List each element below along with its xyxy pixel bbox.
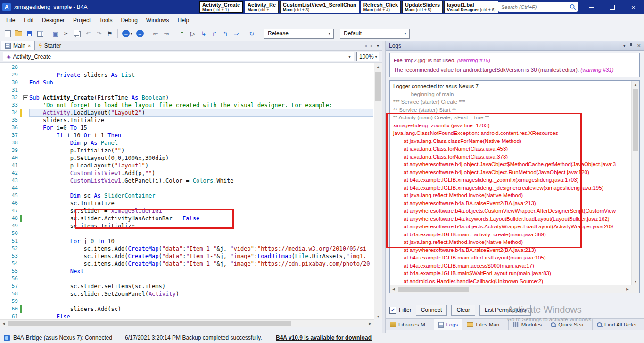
rebuild-button[interactable]: ↻ (247, 28, 257, 39)
save-button[interactable] (24, 28, 34, 39)
undo-icon: ↶ (86, 30, 91, 37)
navigate-back-button[interactable]: ←▾ (120, 28, 134, 39)
menu-project[interactable]: Project (69, 15, 95, 25)
code-line: 30End Sub (0, 79, 382, 86)
outdent-button[interactable]: ⇤ (150, 28, 161, 39)
menu-debug[interactable]: Debug (116, 15, 141, 25)
panel-tab-label: Find All Refer... (604, 322, 641, 327)
log-vertical-scrollbar[interactable]: ▲ ▼ (631, 81, 639, 285)
log-line: at java.lang.reflect.Method.invoke(Nativ… (393, 238, 628, 246)
line-number: 28 (0, 64, 20, 71)
scrollbar-thumb[interactable] (375, 72, 381, 101)
menu-edit[interactable]: Edit (19, 15, 38, 25)
redo-button[interactable]: ↷ (94, 28, 104, 39)
new-project-button[interactable] (2, 28, 13, 39)
quick-search-box[interactable] (498, 2, 578, 12)
header-tab-3[interactable]: CustomListView1_ScrollChanMain (ctrl + 3… (280, 1, 359, 13)
minimize-button[interactable] (580, 0, 602, 14)
scroll-down-arrow[interactable]: ▼ (374, 312, 382, 319)
editor-horizontal-scrollbar[interactable]: ◀ ▶ (0, 319, 374, 327)
panel-tab-find-all-refer-[interactable]: Find All Refer... (593, 319, 644, 330)
fold-collapse-icon[interactable] (23, 95, 28, 100)
close-button[interactable]: × (623, 0, 644, 14)
filter-checkbox[interactable]: ✓ Filter (389, 307, 412, 314)
warnings-box[interactable]: File 'img2.jpg' is not used. (warning #1… (389, 53, 640, 77)
search-input[interactable] (500, 4, 570, 10)
log-line: at b4a.example.IGLIB.ximagesliderig._des… (393, 184, 628, 192)
window-title: ximagesliderig_sample - B4A (14, 4, 87, 10)
conditional-symbols-select[interactable]: Default ▾ (340, 29, 410, 39)
update-available-link[interactable]: B4A v10.9 is available for download (276, 335, 372, 341)
navigate-forward-button[interactable]: → (135, 28, 145, 39)
code-editor[interactable]: 2829 Private sliders As List30End Sub313… (0, 62, 382, 319)
line-number: 39 (0, 147, 20, 154)
scroll-up-arrow[interactable]: ▲ (374, 63, 382, 70)
scroll-left-arrow[interactable]: ◀ (0, 320, 8, 327)
tab-scroll-right-button[interactable]: ▸ (371, 43, 373, 48)
code-text: For j=0 To 10 (29, 237, 373, 245)
log-output-box[interactable]: Logger connected to: asus Nexus 7-------… (389, 80, 640, 293)
minimize-icon (589, 7, 594, 8)
run-button[interactable]: ▷ (188, 28, 198, 39)
step-into-button[interactable]: ↳ (198, 28, 209, 39)
menu-designer[interactable]: Designer (38, 15, 69, 25)
code-text: sliders.Initialize (29, 117, 373, 124)
maximize-button[interactable] (602, 0, 623, 14)
cut-button[interactable]: ✂ (61, 28, 72, 39)
header-tab-6[interactable]: layout1.balVisual Designer (ctrl + 6) (444, 1, 498, 13)
scroll-up-arrow[interactable]: ▲ (632, 81, 639, 88)
editor-vertical-scrollbar[interactable]: ▲ ▼ (374, 63, 382, 319)
sub-selector-dropdown[interactable]: ◈ Activity_Create ▾ (3, 52, 354, 61)
panel-tab-files-man-[interactable]: Files Man... (462, 319, 508, 330)
panel-tab-logs[interactable]: Logs (434, 319, 462, 330)
panel-tab-modules[interactable]: Modules (509, 319, 546, 330)
copy-button[interactable] (72, 28, 83, 39)
indent-button[interactable]: ⇥ (161, 28, 172, 39)
scrollbar-thumb[interactable] (8, 321, 291, 326)
open-project-button[interactable] (13, 28, 24, 39)
clear-button[interactable]: Clear (451, 305, 475, 316)
zoom-dropdown[interactable]: 100% ▾ (356, 52, 379, 61)
logs-panel-header: Logs ▾ × (386, 41, 644, 51)
menu-help[interactable]: Help (173, 15, 194, 25)
log-horizontal-scrollbar[interactable]: ◀ ▶ (390, 285, 631, 293)
search-icon[interactable] (570, 4, 576, 10)
save-all-button[interactable] (35, 28, 45, 39)
pane-splitter[interactable] (382, 41, 385, 333)
header-tab-4[interactable]: Refresh_ClickMain (ctrl + 4) (361, 1, 401, 13)
scrollbar-thumb[interactable] (633, 89, 638, 151)
scroll-right-arrow[interactable]: ▶ (624, 285, 631, 293)
doc-tab-main[interactable]: Main× (1, 41, 35, 50)
doc-tab-starter[interactable]: Starter (35, 41, 65, 50)
header-tab-5[interactable]: UpdateSlidersMain (ctrl + 5) (402, 1, 443, 13)
scrollbar-thumb[interactable] (398, 287, 469, 292)
menu-tools[interactable]: Tools (95, 15, 116, 25)
step-out-button[interactable]: ↰ (220, 28, 231, 39)
header-tab-2[interactable]: Activity_ReMain (ctrl + (245, 1, 279, 13)
panel-menu-chevron-icon[interactable]: ▾ (623, 43, 626, 48)
panel-close-icon[interactable]: × (637, 43, 641, 49)
scroll-left-arrow[interactable]: ◀ (390, 285, 397, 293)
panel-tab-libraries-m-[interactable]: Libraries M... (386, 319, 434, 330)
code-line: 57 sc.slider.setitems(sc.items) (0, 283, 382, 290)
list-permissions-button[interactable]: List Permissions (479, 305, 531, 316)
resume-button[interactable]: ⇒ (231, 28, 241, 39)
build-configuration-select[interactable]: Release ▾ (264, 29, 334, 39)
comment-button[interactable]: '' (177, 28, 187, 39)
pin-icon[interactable] (629, 43, 633, 49)
tab-close-icon[interactable]: × (28, 43, 31, 48)
scroll-right-arrow[interactable]: ▶ (366, 320, 374, 327)
panel-tab-quick-sea-[interactable]: Quick Sea... (546, 319, 593, 330)
menu-file[interactable]: File (2, 15, 19, 25)
open-designer-button[interactable]: ▣ (50, 28, 61, 39)
header-tab-1[interactable]: Activity_CreateMain (ctrl + 1) (199, 1, 243, 13)
backup-status-text: 6/17/2021 3:20:14 PM Backup completed su… (125, 335, 262, 341)
tab-list-dropdown[interactable]: ▾ (377, 43, 379, 48)
scroll-down-arrow[interactable]: ▼ (632, 277, 639, 285)
step-over-button[interactable]: ↱ (209, 28, 220, 39)
connect-button[interactable]: Connect (416, 305, 447, 316)
bookmark-button[interactable]: ⚑ (105, 28, 115, 39)
menu-windows[interactable]: Windows (142, 15, 173, 25)
tab-scroll-left-button[interactable]: ◂ (364, 43, 367, 48)
undo-button[interactable]: ↶ (83, 28, 93, 39)
